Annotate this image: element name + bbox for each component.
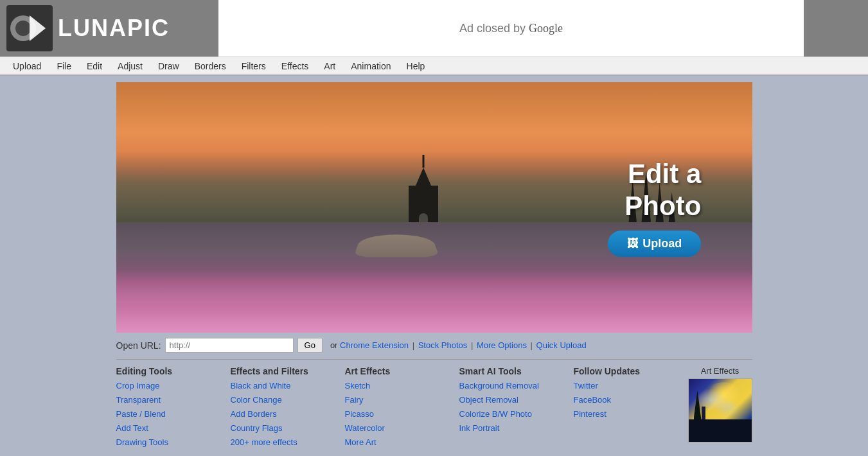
follow-link[interactable]: Pinterest [574,407,675,421]
effects-filters-link[interactable]: Country Flags [231,421,332,435]
hero-upload-button[interactable]: 🖼Upload [608,231,701,257]
open-url-label: Open URL: [116,340,161,351]
upload-icon: 🖼 [627,237,639,250]
divider [116,359,752,360]
main-content: Edit a Photo 🖼Upload Open URL: Go or Chr… [0,76,868,456]
nav-item-file[interactable]: File [49,58,79,74]
follow-link[interactable]: Twitter [574,379,675,393]
editing-tools-link[interactable]: Paste / Blend [116,407,218,421]
follow-title: Follow Updates [574,366,675,376]
ad-closed-text: Ad closed by Google [459,22,563,35]
nav-item-upload[interactable]: Upload [5,58,49,74]
footer-effects-filters: Effects and Filters Black and WhiteColor… [231,366,332,450]
smart-ai-link[interactable]: Ink Portrait [459,421,561,435]
art-thumb-title: Art Effects [701,366,740,376]
header-right-gray [804,0,868,57]
navbar: UploadFileEditAdjustDrawBordersFiltersEf… [0,57,868,76]
nav-item-filters[interactable]: Filters [234,58,274,74]
header: LUNAPIC Ad closed by Google [0,0,868,57]
logo-text: LUNAPIC [58,15,170,42]
hero-container: Edit a Photo 🖼Upload [116,82,752,333]
chrome-extension-link[interactable]: Chrome Extension [340,340,409,350]
logo-icon [6,5,53,51]
editing-tools-title: Editing Tools [116,366,218,376]
nav-item-edit[interactable]: Edit [79,58,110,74]
more-options-link[interactable]: More Options [477,340,527,350]
editing-tools-link[interactable]: Crop Image [116,379,218,393]
ad-banner: Ad closed by Google [218,0,804,57]
logo-area: LUNAPIC [0,0,218,57]
art-effects-col-link[interactable]: More Art [345,435,447,450]
smart-ai-link[interactable]: Object Removal [459,393,561,407]
footer-columns: Editing Tools Crop ImageTransparentPaste… [116,366,752,456]
stock-photos-link[interactable]: Stock Photos [418,340,468,350]
svg-marker-2 [30,15,46,41]
url-links: or Chrome Extension | Stock Photos | Mor… [330,340,587,350]
nav-item-help[interactable]: Help [399,58,433,74]
nav-item-borders[interactable]: Borders [187,58,234,74]
effects-filters-link[interactable]: Color Change [231,393,332,407]
quick-upload-link[interactable]: Quick Upload [536,340,587,350]
art-effects-col-link[interactable]: Sketch [345,379,447,393]
hero-text: Edit a Photo 🖼Upload [608,158,701,257]
effects-filters-link[interactable]: Black and White [231,379,332,393]
effects-filters-link[interactable]: Add Borders [231,407,332,421]
editing-tools-link[interactable]: Drawing Tools [116,435,218,450]
hero-title: Edit a Photo [608,158,701,223]
art-effects-col-link[interactable]: Watercolor [345,421,447,435]
footer-editing-tools: Editing Tools Crop ImageTransparentPaste… [116,366,218,450]
footer-smart-ai: Smart AI Tools Background RemovalObject … [459,366,561,435]
art-effects-col-link[interactable]: Picasso [345,407,447,421]
smart-ai-link[interactable]: Colorize B/W Photo [459,407,561,421]
effects-filters-title: Effects and Filters [231,366,332,376]
smart-ai-link[interactable]: Background Removal [459,379,561,393]
follow-link[interactable]: FaceBook [574,393,675,407]
footer-art-effects: Art Effects SketchFairyPicassoWatercolor… [345,366,447,450]
art-effects-image [688,378,752,443]
effects-filters-link[interactable]: 200+ more effects [231,435,332,450]
footer-follow: Follow Updates TwitterFaceBookPinterest [574,366,675,421]
go-button[interactable]: Go [297,338,323,353]
nav-item-adjust[interactable]: Adjust [110,58,150,74]
nav-item-art[interactable]: Art [316,58,343,74]
art-effects-thumbnail-section: Art Effects [688,366,752,443]
editing-tools-link[interactable]: Add Text [116,421,218,435]
svg-point-1 [15,21,31,36]
editing-tools-link[interactable]: Transparent [116,393,218,407]
nav-item-draw[interactable]: Draw [150,58,187,74]
art-effects-col-link[interactable]: Fairy [345,393,447,407]
url-input[interactable] [165,338,294,353]
smart-ai-title: Smart AI Tools [459,366,561,376]
nav-item-animation[interactable]: Animation [343,58,398,74]
url-bar: Open URL: Go or Chrome Extension | Stock… [116,333,752,358]
art-effects-title: Art Effects [345,366,447,376]
nav-item-effects[interactable]: Effects [274,58,317,74]
